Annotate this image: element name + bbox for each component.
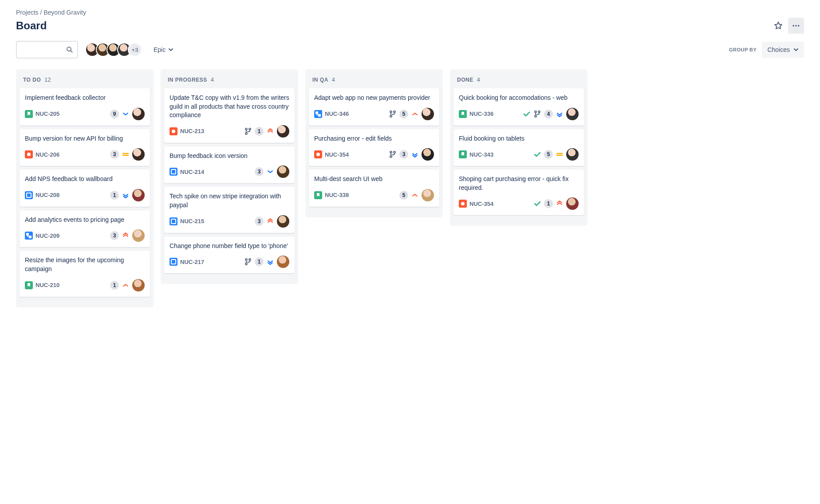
- issue-type-task-icon: [170, 258, 177, 266]
- issue-type-task-icon: [25, 191, 33, 199]
- search-input[interactable]: [16, 41, 78, 59]
- card-title: Multi-dest search UI web: [314, 175, 434, 184]
- issue-type-bug-icon: [314, 150, 322, 158]
- card-title: Shoping cart purchasing error - quick fi…: [459, 175, 579, 192]
- assignee-avatar[interactable]: [566, 108, 579, 120]
- board-column: IN QA4 Adapt web app no new payments pro…: [305, 69, 443, 217]
- assignee-avatar[interactable]: [277, 125, 289, 138]
- board-column: DONE4 Quick booking for accomodations - …: [450, 69, 587, 226]
- assignee-avatar[interactable]: [132, 229, 145, 242]
- card[interactable]: Bump feedback icon version NUC-214 3: [164, 146, 295, 184]
- assignee-avatar[interactable]: [132, 279, 145, 291]
- story-points-badge: 1: [255, 127, 264, 136]
- group-by-label: GROUP BY: [729, 47, 757, 52]
- card[interactable]: Shoping cart purchasing error - quick fi…: [453, 169, 584, 215]
- card[interactable]: Resize the images for the upcoming campa…: [20, 251, 150, 296]
- assignee-avatar[interactable]: [566, 197, 579, 210]
- avatar-stack[interactable]: +3: [85, 43, 142, 57]
- priority-high-icon: [411, 110, 419, 118]
- story-points-badge: 9: [110, 110, 119, 118]
- assignee-avatar[interactable]: [422, 108, 434, 120]
- issue-type-story-icon: [459, 110, 467, 118]
- card[interactable]: Add analytics events to pricing page NUC…: [20, 210, 150, 248]
- card-title: Update T&C copy with v1.9 from the write…: [170, 94, 289, 120]
- page-title: Board: [16, 20, 47, 32]
- svg-point-11: [793, 25, 794, 26]
- group-by-select[interactable]: Choices: [762, 42, 804, 58]
- assignee-avatar[interactable]: [132, 189, 145, 201]
- issue-key: NUC-210: [35, 282, 59, 288]
- priority-medium-icon: [556, 150, 564, 158]
- story-points-badge: 3: [255, 167, 264, 176]
- card[interactable]: Change phone number field type to 'phone…: [164, 236, 295, 274]
- priority-highest-icon: [266, 127, 274, 135]
- assignee-avatar[interactable]: [422, 189, 434, 201]
- story-points-badge: 1: [255, 257, 264, 266]
- column-title: TO DO: [23, 77, 41, 83]
- issue-key: NUC-214: [180, 169, 204, 175]
- card-title: Purchasing error - edit fields: [314, 134, 434, 143]
- priority-lowest-icon: [122, 191, 130, 199]
- epic-filter[interactable]: Epic: [149, 42, 178, 58]
- assignee-avatar[interactable]: [277, 165, 289, 178]
- card[interactable]: Fluid booking on tablets NUC-343 5: [453, 129, 584, 166]
- story-points-badge: 5: [399, 191, 408, 200]
- card[interactable]: Implement feedback collector NUC-205 9: [20, 88, 150, 126]
- assignee-avatar[interactable]: [132, 148, 145, 161]
- card[interactable]: Multi-dest search UI web NUC-338 5: [309, 169, 439, 207]
- more-button[interactable]: [788, 18, 804, 34]
- issue-key: NUC-354: [469, 201, 493, 207]
- avatar-more[interactable]: +3: [128, 43, 142, 57]
- card-title: Resize the images for the upcoming campa…: [25, 256, 145, 273]
- branch-icon: [244, 258, 252, 266]
- card[interactable]: Tech spike on new stripe integration wit…: [164, 187, 295, 232]
- card[interactable]: Add NPS feedback to wallboard NUC-208 1: [20, 169, 150, 207]
- card[interactable]: Bump version for new API for billing NUC…: [20, 129, 150, 166]
- card[interactable]: Purchasing error - edit fields NUC-354 3: [309, 129, 439, 166]
- check-icon: [533, 200, 541, 208]
- assignee-avatar[interactable]: [277, 215, 289, 228]
- story-points-badge: 3: [110, 150, 119, 159]
- issue-type-bug-icon: [170, 127, 177, 135]
- card-title: Bump feedback icon version: [170, 152, 289, 161]
- card-title: Add NPS feedback to wallboard: [25, 175, 145, 184]
- board: TO DO12 Implement feedback collector NUC…: [16, 69, 804, 307]
- priority-lowest-icon: [411, 150, 419, 158]
- issue-key: NUC-217: [180, 259, 204, 265]
- issue-type-story-icon: [25, 110, 33, 118]
- assignee-avatar[interactable]: [566, 148, 579, 161]
- issue-key: NUC-208: [35, 192, 59, 198]
- card-title: Tech spike on new stripe integration wit…: [170, 192, 289, 209]
- board-column: IN PROGRESS4 Update T&C copy with v1.9 f…: [161, 69, 298, 284]
- column-title: IN QA: [312, 77, 328, 83]
- column-title: IN PROGRESS: [168, 77, 207, 83]
- card-title: Implement feedback collector: [25, 94, 145, 102]
- priority-medium-icon: [122, 150, 130, 158]
- assignee-avatar[interactable]: [422, 148, 434, 161]
- issue-key: NUC-338: [325, 192, 349, 198]
- card-title: Quick booking for accomodations - web: [459, 94, 579, 102]
- card[interactable]: Quick booking for accomodations - web NU…: [453, 88, 584, 126]
- priority-low-icon: [266, 168, 274, 176]
- assignee-avatar[interactable]: [277, 256, 289, 268]
- breadcrumb: Projects / Beyond Gravity: [16, 9, 804, 16]
- issue-type-story-icon: [314, 191, 322, 199]
- breadcrumb-root[interactable]: Projects: [16, 9, 39, 16]
- priority-highest-icon: [266, 217, 274, 225]
- card-title: Change phone number field type to 'phone…: [170, 242, 289, 251]
- story-points-badge: 5: [399, 110, 408, 118]
- column-count: 4: [477, 76, 480, 83]
- svg-point-13: [798, 25, 799, 26]
- issue-key: NUC-209: [35, 232, 59, 239]
- breadcrumb-project[interactable]: Beyond Gravity: [43, 9, 86, 16]
- story-points-badge: 1: [110, 281, 119, 290]
- star-button[interactable]: [770, 18, 786, 34]
- card[interactable]: Update T&C copy with v1.9 from the write…: [164, 88, 295, 143]
- card[interactable]: Adapt web app no new payments provider N…: [309, 88, 439, 126]
- card-title: Adapt web app no new payments provider: [314, 94, 434, 102]
- svg-point-14: [67, 47, 71, 51]
- priority-lowest-icon: [266, 258, 274, 266]
- assignee-avatar[interactable]: [132, 108, 145, 120]
- check-icon: [523, 110, 531, 118]
- issue-key: NUC-336: [469, 110, 493, 117]
